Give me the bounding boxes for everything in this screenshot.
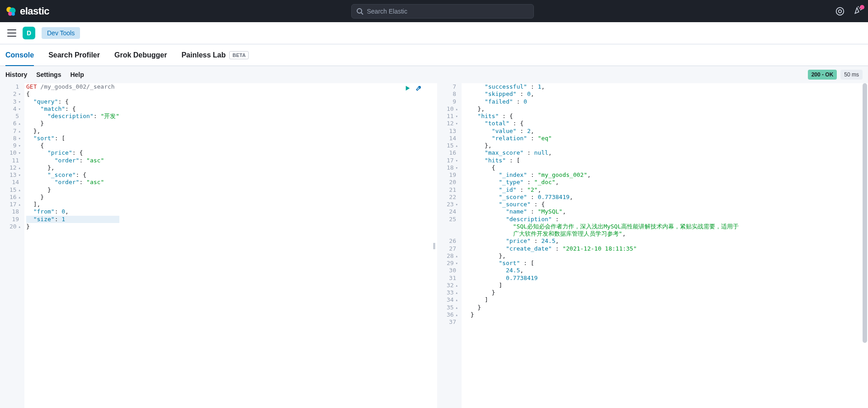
tab-grok-debugger[interactable]: Grok Debugger: [114, 45, 167, 66]
global-search[interactable]: [351, 4, 534, 19]
pane-splitter[interactable]: ‖: [431, 83, 437, 408]
svg-line-10: [858, 6, 859, 8]
tab-label: Painless Lab: [181, 51, 226, 59]
scrollbar-thumb[interactable]: [863, 83, 867, 343]
svg-point-6: [836, 7, 844, 15]
help-link[interactable]: Help: [70, 71, 84, 78]
response-scrollbar[interactable]: [863, 83, 867, 408]
svg-point-3: [12, 12, 15, 16]
space-badge[interactable]: D: [23, 27, 35, 39]
response-pane: 78910▴11▾12▾131415▴1617▾18▾1920212223▾24…: [437, 83, 868, 408]
elastic-logo-icon: [5, 6, 16, 17]
search-input[interactable]: [367, 8, 529, 15]
tab-console[interactable]: Console: [5, 45, 34, 66]
tabs-bar: Console Search Profiler Grok Debugger Pa…: [0, 44, 868, 66]
svg-line-5: [361, 13, 363, 14]
send-request-icon[interactable]: [405, 85, 411, 91]
tab-painless-lab[interactable]: Painless LabBETA: [181, 45, 249, 66]
search-wrap: [49, 4, 835, 19]
svg-point-7: [839, 9, 842, 13]
notification-dot: [860, 5, 864, 9]
help-icon[interactable]: [835, 7, 844, 16]
response-time: 50 ms: [840, 70, 863, 80]
brand-text: elastic: [20, 5, 49, 17]
history-link[interactable]: History: [5, 71, 27, 78]
request-pane[interactable]: 12▾3▾4▾56▴7▴8▾9▾10▾1112▴13▾1415▴16▴17▴18…: [0, 83, 431, 408]
top-bar: elastic: [0, 0, 868, 22]
logo[interactable]: elastic: [5, 5, 49, 17]
settings-link[interactable]: Settings: [36, 71, 61, 78]
beta-badge: BETA: [229, 51, 249, 59]
console-toolbar: History Settings Help 200 - OK 50 ms: [0, 66, 868, 83]
editor-area: 12▾3▾4▾56▴7▴8▾9▾10▾1112▴13▾1415▴16▴17▴18…: [0, 83, 868, 408]
response-status: 200 - OK: [808, 70, 837, 80]
sub-bar: D Dev Tools: [0, 22, 868, 44]
tab-label: Grok Debugger: [114, 51, 167, 59]
request-gutter: 12▾3▾4▾56▴7▴8▾9▾10▾1112▴13▾1415▴16▴17▴18…: [0, 83, 24, 408]
tab-search-profiler[interactable]: Search Profiler: [48, 45, 100, 66]
response-gutter: 78910▴11▾12▾131415▴1617▾18▾1920212223▾24…: [437, 83, 462, 408]
tab-label: Search Profiler: [48, 51, 100, 59]
response-code[interactable]: "successful" : 1, "skipped" : 0, "failed…: [462, 83, 739, 408]
request-code[interactable]: GET /my_goods_002/_search{ "query": { "m…: [24, 83, 119, 408]
nav-toggle[interactable]: [7, 29, 16, 37]
svg-point-4: [357, 9, 362, 13]
breadcrumb-devtools[interactable]: Dev Tools: [42, 27, 80, 39]
news-feed[interactable]: [854, 6, 863, 16]
search-icon: [356, 8, 363, 15]
top-icons: [835, 6, 863, 16]
wrench-icon[interactable]: [415, 85, 423, 92]
tab-label: Console: [5, 51, 34, 59]
